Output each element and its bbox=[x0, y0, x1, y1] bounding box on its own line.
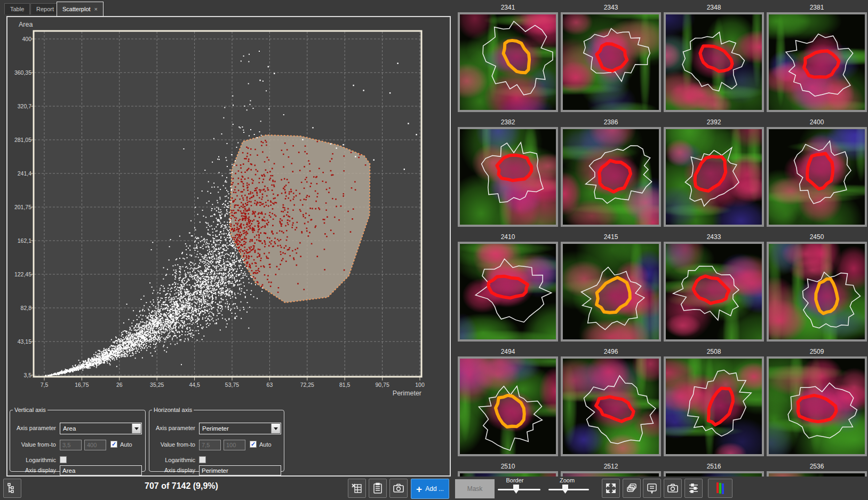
annotation-button[interactable] bbox=[643, 479, 661, 498]
logarithmic-label: Logarithmic bbox=[150, 457, 195, 463]
cell-thumbnail[interactable] bbox=[664, 242, 764, 342]
svg-text:201,75: 201,75 bbox=[14, 204, 31, 210]
nucleus-outline bbox=[596, 277, 630, 313]
dropdown-arrow-icon[interactable] bbox=[271, 424, 280, 433]
report-clipboard-button[interactable] bbox=[369, 479, 387, 498]
export-excel-button[interactable] bbox=[348, 479, 366, 498]
svg-text:26: 26 bbox=[116, 382, 123, 388]
horizontal-axis-group-label: Horizontal axis bbox=[152, 407, 194, 413]
cell-id-label: 2509 bbox=[767, 348, 867, 355]
vertical-axis-parameter-select[interactable]: Area bbox=[60, 423, 142, 434]
add-button-label: Add ... bbox=[425, 485, 444, 493]
cell-thumbnail[interactable] bbox=[767, 242, 867, 342]
svg-text:44,5: 44,5 bbox=[189, 382, 200, 388]
auto-label: Auto bbox=[259, 441, 272, 448]
sliders-icon bbox=[687, 482, 700, 495]
hierarchy-tree-button[interactable] bbox=[3, 479, 21, 498]
cell-thumbnail[interactable] bbox=[561, 127, 661, 227]
border-slider-track[interactable] bbox=[498, 489, 540, 490]
add-button[interactable]: + Add ... bbox=[411, 479, 449, 499]
cell-id-label: 2400 bbox=[767, 118, 867, 126]
vertical-axis-parameter-value: Area bbox=[63, 425, 76, 432]
display-settings-button[interactable] bbox=[684, 479, 703, 498]
cell-id-label: 2410 bbox=[458, 233, 558, 241]
cell-id-label: 2341 bbox=[458, 4, 558, 11]
nucleus-outline bbox=[496, 395, 524, 427]
nucleus-outline bbox=[708, 388, 733, 425]
svg-text:241,4: 241,4 bbox=[18, 170, 31, 177]
layers-stack-icon bbox=[625, 482, 638, 495]
svg-text:122,45: 122,45 bbox=[14, 271, 31, 277]
horizontal-to-field[interactable] bbox=[224, 440, 245, 450]
svg-text:35,25: 35,25 bbox=[150, 382, 164, 388]
cell-thumbnail[interactable] bbox=[664, 356, 764, 456]
cell-id-label: 2348 bbox=[664, 4, 764, 11]
vertical-display-name-input[interactable] bbox=[60, 465, 142, 475]
vertical-to-field[interactable] bbox=[84, 440, 106, 450]
zoom-slider-track[interactable] bbox=[548, 489, 589, 490]
cell-id-label: 2450 bbox=[767, 233, 867, 241]
tab-bar: Table Report Scatterplot × bbox=[0, 0, 453, 16]
tab-report[interactable]: Report bbox=[30, 3, 60, 14]
dropdown-arrow-icon[interactable] bbox=[132, 424, 141, 433]
svg-text:43,15: 43,15 bbox=[18, 338, 31, 345]
horizontal-auto-checkbox[interactable]: ✓ bbox=[250, 441, 257, 448]
cell-id-label: 2508 bbox=[664, 348, 764, 355]
cell-thumbnail[interactable] bbox=[458, 127, 558, 227]
zoom-slider-thumb[interactable] bbox=[562, 485, 568, 494]
cell-thumbnail[interactable] bbox=[561, 242, 661, 342]
svg-text:81,5: 81,5 bbox=[339, 382, 351, 388]
cell-thumbnail[interactable] bbox=[664, 12, 764, 112]
cell-thumbnail[interactable] bbox=[767, 127, 867, 227]
cell-thumbnail[interactable] bbox=[767, 356, 867, 456]
thumbnail-camera-button[interactable] bbox=[664, 479, 682, 498]
tab-close-icon[interactable]: × bbox=[94, 6, 98, 12]
snapshot-camera-button[interactable] bbox=[389, 479, 408, 498]
vertical-auto-checkbox[interactable]: ✓ bbox=[110, 441, 117, 448]
horizontal-from-field[interactable] bbox=[199, 440, 221, 450]
tab-report-label: Report bbox=[36, 6, 54, 12]
nucleus-outline bbox=[599, 161, 631, 192]
vertical-logarithmic-checkbox[interactable] bbox=[60, 456, 67, 463]
svg-text:100: 100 bbox=[415, 382, 425, 388]
camera-icon bbox=[392, 482, 405, 495]
rgb-channels-button[interactable] bbox=[708, 479, 732, 498]
cell-thumbnail[interactable] bbox=[458, 12, 558, 112]
scatterplot-canvas[interactable]: 400360,35320,7281,05241,4201,75162,1122,… bbox=[7, 17, 450, 406]
border-slider-thumb[interactable] bbox=[513, 485, 519, 494]
scatterplot-panel: 400360,35320,7281,05241,4201,75162,1122,… bbox=[6, 16, 451, 477]
axis-parameter-label: Axis parameter bbox=[150, 425, 195, 431]
tab-table-label: Table bbox=[10, 6, 24, 12]
horizontal-logarithmic-checkbox[interactable] bbox=[199, 456, 206, 463]
horizontal-display-name-input[interactable] bbox=[199, 465, 281, 475]
svg-text:90,75: 90,75 bbox=[375, 382, 389, 388]
rgb-channels-icon bbox=[712, 481, 728, 495]
mask-toggle-button[interactable]: Mask bbox=[455, 479, 495, 498]
svg-text:400: 400 bbox=[22, 36, 31, 42]
comment-bubble-icon bbox=[646, 482, 658, 495]
clipboard-icon bbox=[371, 482, 384, 495]
nucleus-outline bbox=[804, 51, 839, 77]
fullscreen-button[interactable] bbox=[602, 479, 620, 498]
cell-id-label: 2494 bbox=[458, 348, 558, 355]
nucleus-outline bbox=[504, 41, 530, 73]
nucleus-outline bbox=[596, 44, 627, 71]
horizontal-axis-parameter-select[interactable]: Perimeter bbox=[199, 423, 281, 434]
cell-thumbnail[interactable] bbox=[458, 356, 558, 456]
svg-text:162,1: 162,1 bbox=[18, 237, 31, 244]
tab-table[interactable]: Table bbox=[4, 3, 30, 14]
tab-scatterplot[interactable]: Scatterplot × bbox=[57, 2, 103, 17]
gallery-stack-button[interactable] bbox=[623, 479, 641, 498]
border-slider-label: Border bbox=[493, 477, 536, 483]
cell-thumbnail[interactable] bbox=[767, 12, 867, 112]
cell-thumbnail[interactable] bbox=[664, 127, 764, 227]
cell-thumbnail[interactable] bbox=[561, 356, 661, 456]
vertical-from-field[interactable] bbox=[60, 440, 82, 450]
y-axis-title: Area bbox=[19, 21, 33, 28]
cell-id-label: 2382 bbox=[458, 118, 558, 126]
hierarchy-tree-icon bbox=[6, 482, 19, 495]
cell-thumbnail[interactable] bbox=[458, 242, 558, 342]
cell-id-label: 2386 bbox=[561, 118, 661, 126]
cell-thumbnail[interactable] bbox=[561, 12, 661, 112]
svg-text:360,35: 360,35 bbox=[14, 69, 31, 76]
